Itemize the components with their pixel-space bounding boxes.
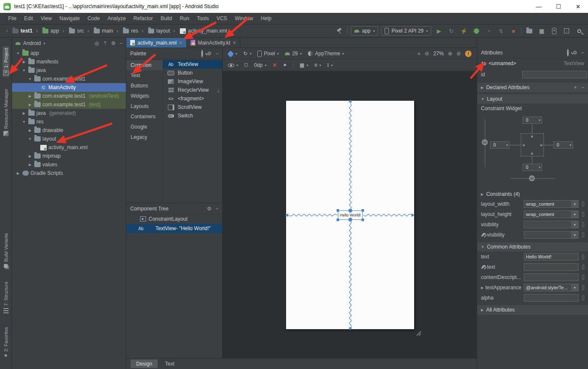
tree-item[interactable]: ▼ java (12, 66, 126, 75)
run-button[interactable]: ▶ (434, 26, 444, 36)
default-margin-select[interactable]: 0dp▾ (254, 62, 266, 68)
expand-chevron-icon[interactable]: ▶ (27, 163, 33, 167)
view-options-select[interactable]: ▾ (228, 63, 238, 67)
editor-mode-tab[interactable]: Design (131, 360, 158, 368)
attribute-value-field[interactable]: wrap_content (524, 200, 579, 208)
hide-panel-icon[interactable]: − (119, 40, 122, 46)
settings-gear-icon[interactable]: ⚙ (207, 206, 212, 212)
flag-toggle[interactable] (582, 212, 584, 217)
expand-chevron-icon[interactable]: ▶ (27, 94, 33, 98)
project-view-select[interactable]: Android (23, 40, 41, 46)
resize-handle[interactable] (337, 209, 339, 212)
breadcrumb-item[interactable]: main (86, 28, 115, 34)
tree-item[interactable]: ▼ app (12, 49, 126, 57)
palette-category[interactable]: Widgets (126, 91, 163, 101)
menu-item[interactable]: Help (257, 15, 275, 21)
palette-category[interactable]: Text (126, 70, 163, 81)
layout-section[interactable]: ▼ Layout (477, 94, 588, 104)
hide-panel-icon[interactable]: − (215, 206, 218, 212)
tool-window-button[interactable]: 1: Project (3, 46, 9, 77)
dropdown-arrow-icon[interactable] (571, 211, 578, 218)
attribute-value-field[interactable] (524, 221, 579, 228)
palette-item[interactable]: Ab TextView (163, 60, 222, 69)
tree-item[interactable]: MainActivity (12, 83, 126, 92)
tree-item[interactable]: ▶ Gradle Scripts (12, 169, 126, 177)
id-input[interactable] (522, 71, 587, 78)
menu-item[interactable]: Refactor (130, 15, 157, 21)
palette-item[interactable]: Button (163, 69, 222, 77)
device-select[interactable]: Pixel▾ (257, 51, 279, 57)
minimize-button[interactable]: — (529, 0, 549, 13)
declared-attributes-section[interactable]: ▶ Declared Attributes + − (477, 83, 588, 92)
tree-item[interactable]: ▶ com.example.test1 (androidTest) (12, 92, 126, 100)
flag-toggle[interactable] (582, 285, 584, 290)
expand-chevron-icon[interactable]: ▶ (21, 60, 27, 64)
tree-item[interactable]: ▶ mipmap (12, 152, 126, 160)
palette-item[interactable]: RecyclerView (163, 86, 222, 94)
common-attributes-section[interactable]: ▼ Common Attributes (477, 242, 588, 252)
palette-category[interactable]: Buttons (126, 81, 163, 91)
search-icon[interactable] (201, 51, 203, 57)
run-config-select[interactable]: app▾ (351, 26, 378, 36)
collapse-all-icon[interactable]: ⇡ (103, 40, 107, 46)
menu-item[interactable]: View (37, 15, 56, 21)
component-tree-item[interactable]: ConstraintLayout (126, 214, 222, 224)
orientation-select[interactable]: ↻ ▾ (243, 51, 251, 57)
expand-chevron-icon[interactable]: ▶ (27, 154, 33, 158)
breadcrumb-item[interactable]: activity_main.xml (172, 28, 229, 34)
flag-toggle[interactable] (582, 295, 584, 300)
tree-item[interactable]: ▶ com.example.test1 (test) (12, 100, 126, 109)
attribute-value-field[interactable]: @android:style/Te... (524, 284, 579, 291)
editor-tab[interactable]: activity_main.xml ✕ (126, 38, 187, 48)
margin-right-select[interactable]: 0▾ (553, 141, 573, 149)
tree-item[interactable]: ▶ java (generated) (12, 109, 126, 117)
palette-category[interactable]: Legacy (126, 132, 163, 142)
layout-inspector-button[interactable]: ▦ (537, 26, 546, 36)
flag-toggle[interactable] (582, 254, 584, 259)
build-hammer-icon[interactable] (335, 26, 344, 36)
locate-file-icon[interactable]: ◎ (95, 40, 99, 46)
palette-category[interactable]: Containers (126, 111, 163, 122)
expand-chevron-icon[interactable]: ▶ (21, 111, 27, 115)
breadcrumb-item[interactable]: src (61, 28, 86, 34)
flag-toggle[interactable] (582, 275, 584, 280)
tool-window-button[interactable]: Resource Manager (3, 87, 9, 138)
expand-chevron-icon[interactable]: ▶ (27, 103, 33, 107)
attribute-value-field[interactable] (524, 294, 579, 302)
palette-item[interactable]: <> <fragment> (163, 94, 222, 103)
maximize-button[interactable]: ☐ (549, 0, 568, 13)
infer-constraints-button[interactable]: ✦ (283, 62, 287, 68)
palette-category[interactable]: Google (126, 122, 163, 132)
search-icon[interactable] (567, 50, 569, 56)
attribute-value-field[interactable]: wrap_content (524, 210, 579, 218)
palette-category[interactable]: Common (126, 60, 163, 70)
breadcrumb-item[interactable]: res (115, 28, 140, 34)
close-tab-icon[interactable]: ✕ (233, 41, 236, 45)
menu-item[interactable]: Code (84, 15, 104, 21)
menu-item[interactable]: Build (157, 15, 176, 21)
vertical-bias-slider[interactable]: 50 (482, 139, 488, 145)
breadcrumb-item[interactable]: test1 (4, 28, 34, 34)
menu-item[interactable]: Run (176, 15, 193, 21)
device-select[interactable]: Pixel 2 API 29▾ (381, 26, 431, 36)
tree-item[interactable]: ▶ manifests (12, 57, 126, 66)
margin-left-select[interactable]: 0▾ (490, 141, 510, 149)
tree-item[interactable]: ▼ layout (12, 135, 126, 143)
dropdown-arrow-icon[interactable] (571, 231, 578, 238)
tree-item[interactable]: activity_main.xml (12, 143, 126, 152)
profiler-button[interactable]: ◔ (484, 26, 493, 36)
zoom-in-button[interactable]: ⊕ (448, 51, 452, 57)
guideline-select[interactable]: I▾ (327, 62, 333, 69)
clear-constraints-button[interactable]: ✕ (272, 62, 277, 68)
selected-textview[interactable]: Hello World! (338, 210, 363, 220)
stop-button[interactable]: ■ (509, 26, 518, 36)
attribute-value-field[interactable] (524, 231, 579, 239)
avd-manager-button[interactable] (549, 26, 559, 36)
flag-toggle[interactable] (582, 232, 584, 237)
resize-handle[interactable] (337, 219, 339, 221)
sdk-manager-button[interactable]: ↓ (562, 26, 571, 36)
pack-select[interactable]: ▦▾ (299, 62, 308, 68)
overflow-chevron-icon[interactable]: » (418, 51, 421, 57)
expand-chevron-icon[interactable]: ▶ (15, 171, 21, 175)
expand-chevron-icon[interactable]: ▼ (27, 137, 33, 141)
